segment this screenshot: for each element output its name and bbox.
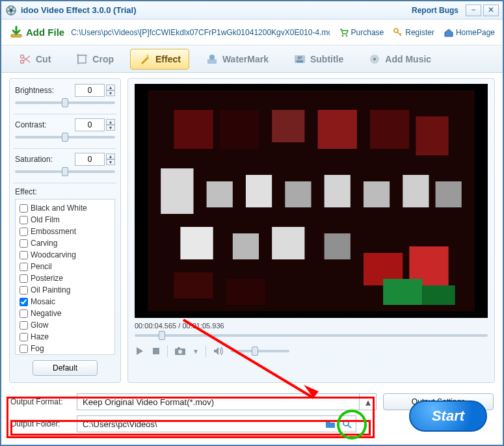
effect-checkbox[interactable]: [20, 251, 28, 259]
svg-point-20: [373, 58, 376, 60]
svg-rect-40: [325, 233, 351, 259]
svg-rect-30: [207, 181, 233, 207]
register-link[interactable]: Register: [393, 27, 434, 38]
snapshot-icon[interactable]: [174, 346, 186, 356]
svg-rect-31: [246, 175, 272, 207]
output-format-select[interactable]: Keep Original Video Format(*.mov) ▴: [77, 393, 377, 410]
contrast-slider[interactable]: [15, 133, 115, 142]
contrast-label: Contrast:: [15, 120, 75, 129]
effect-checkbox[interactable]: [20, 345, 28, 353]
default-button[interactable]: Default: [33, 360, 98, 376]
play-icon[interactable]: [135, 346, 145, 356]
svg-rect-33: [325, 175, 351, 207]
effect-checkbox[interactable]: [20, 239, 28, 248]
add-file-row: Add File C:\Users\pc\Videos\[P]fcCWIEkdl…: [1, 20, 503, 46]
tab-subtitle[interactable]: ST Subtitle: [285, 49, 352, 70]
volume-icon[interactable]: [213, 346, 224, 356]
mosaic-frame: [135, 84, 488, 318]
scrub-slider[interactable]: [135, 331, 488, 340]
chevron-up-icon[interactable]: ▴: [359, 394, 376, 410]
svg-rect-25: [272, 110, 304, 142]
effect-checkbox[interactable]: [20, 333, 28, 341]
output-folder-input[interactable]: [77, 419, 322, 429]
svg-point-11: [21, 55, 24, 58]
saturation-slider[interactable]: [15, 167, 115, 176]
svg-point-4: [12, 12, 14, 14]
svg-rect-32: [285, 181, 311, 207]
svg-rect-34: [364, 181, 390, 207]
current-file-path: C:\Users\pc\Videos\[P]fcCWIEkdlx07CFrP1w…: [71, 28, 329, 37]
svg-point-12: [21, 60, 24, 63]
tab-addmusic[interactable]: Add Music: [360, 49, 440, 70]
time-display: 00:00:04.565 / 00:01:05.936: [135, 322, 488, 330]
music-icon: [368, 53, 381, 66]
tab-crop[interactable]: Crop: [67, 49, 122, 70]
brightness-spinner[interactable]: ▲▼: [106, 85, 115, 96]
contrast-input[interactable]: [75, 118, 105, 131]
contrast-control: Contrast: ▲▼: [15, 118, 115, 144]
svg-rect-38: [233, 233, 259, 259]
brightness-control: Brightness: ▲▼: [15, 84, 115, 110]
effect-item: Embossment: [20, 226, 111, 237]
minimize-button[interactable]: −: [466, 5, 481, 16]
output-folder-field: [77, 415, 356, 432]
svg-rect-17: [297, 60, 303, 62]
window-title: idoo Video Effect 3.0.0 (Trial): [21, 5, 412, 15]
svg-point-51: [343, 421, 349, 426]
svg-rect-28: [416, 116, 448, 155]
effect-item: Oil Painting: [20, 284, 111, 296]
brightness-input[interactable]: [75, 84, 105, 97]
contrast-spinner[interactable]: ▲▼: [106, 119, 115, 131]
effect-checkbox[interactable]: [20, 309, 28, 318]
svg-rect-47: [153, 348, 159, 354]
svg-point-1: [10, 8, 13, 12]
effect-item: Glow: [20, 319, 111, 331]
svg-rect-29: [161, 168, 193, 214]
start-button[interactable]: Start: [409, 400, 487, 432]
svg-rect-24: [220, 110, 259, 149]
tab-watermark[interactable]: WaterMark: [197, 49, 277, 70]
output-format-value: Keep Original Video Format(*.mov): [77, 397, 359, 407]
svg-rect-37: [180, 227, 213, 259]
effect-checkbox[interactable]: [20, 321, 28, 330]
open-folder-icon[interactable]: [339, 419, 356, 428]
svg-text:ST: ST: [298, 56, 302, 60]
svg-point-8: [341, 34, 343, 36]
snapshot-dropdown-icon[interactable]: ▼: [192, 348, 199, 355]
effect-item: Motion Blur: [20, 354, 111, 355]
add-file-button[interactable]: Add File: [9, 25, 64, 40]
effect-checkbox[interactable]: [20, 216, 28, 224]
report-bugs-link[interactable]: Report Bugs: [412, 6, 458, 15]
brightness-slider[interactable]: [15, 98, 115, 107]
effect-item: Mosaic: [20, 296, 111, 308]
purchase-link[interactable]: Purchase: [339, 27, 384, 38]
effect-checkbox[interactable]: [20, 204, 28, 213]
output-folder-label: Output Folder:: [10, 419, 70, 428]
browse-folder-icon[interactable]: [322, 419, 339, 428]
tab-cut[interactable]: Cut: [10, 49, 59, 70]
output-format-row: Output Format: Keep Original Video Forma…: [10, 391, 494, 413]
close-button[interactable]: ✕: [483, 5, 499, 16]
saturation-spinner[interactable]: ▲▼: [106, 153, 115, 165]
svg-rect-46: [226, 279, 265, 305]
saturation-input[interactable]: [75, 153, 105, 166]
effect-checkbox[interactable]: [20, 274, 28, 283]
homepage-link[interactable]: HomePage: [444, 27, 495, 38]
svg-rect-27: [370, 110, 409, 149]
main-area: Brightness: ▲▼ Contrast: ▲▼ Saturation: …: [1, 73, 503, 389]
effect-checkbox[interactable]: [20, 286, 28, 295]
effect-item: Posterize: [20, 272, 111, 284]
svg-rect-43: [383, 279, 422, 305]
effect-item: Old Film: [20, 214, 111, 226]
effect-item: Haze: [20, 331, 111, 343]
svg-point-2: [10, 6, 12, 8]
effect-checkbox[interactable]: [20, 228, 28, 236]
svg-rect-13: [78, 55, 86, 63]
effect-checkbox[interactable]: [20, 298, 28, 306]
tab-effect[interactable]: Effect: [130, 49, 189, 70]
stop-icon[interactable]: [152, 347, 161, 356]
effect-list-header: Effect:: [15, 187, 115, 196]
svg-point-3: [13, 8, 15, 10]
effect-checkbox[interactable]: [20, 263, 28, 271]
volume-slider[interactable]: [231, 347, 289, 356]
